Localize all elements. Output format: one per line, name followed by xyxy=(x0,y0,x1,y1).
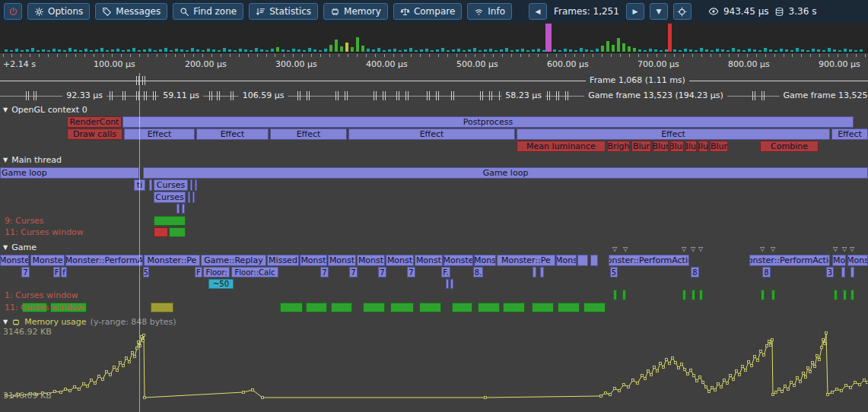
timeline-zone[interactable]: Game loop xyxy=(0,167,139,179)
timeline-zone[interactable] xyxy=(583,303,606,312)
thread-label[interactable]: 9: Curses xyxy=(5,216,44,226)
timeline-zone[interactable] xyxy=(692,290,695,300)
timeline-zone[interactable]: Mons xyxy=(474,255,496,266)
section-header[interactable]: ▼OpenGL context 0 xyxy=(3,105,87,115)
info-button[interactable]: Info xyxy=(467,3,512,20)
section-header[interactable]: ▼Game xyxy=(3,242,37,252)
timeline-zone[interactable]: Effect xyxy=(348,128,515,140)
timeline-zone[interactable]: Missed xyxy=(267,255,299,266)
timeline-zone[interactable] xyxy=(450,279,453,289)
timeline-zone[interactable]: Mons xyxy=(847,255,868,266)
timeline-zone[interactable] xyxy=(390,303,414,312)
timeline-zone[interactable]: Blur xyxy=(670,141,684,152)
message-marker-icon[interactable]: ▽ xyxy=(682,246,686,252)
message-marker-icon[interactable]: ▽ xyxy=(698,246,703,252)
timeline-zone[interactable] xyxy=(613,290,617,300)
timeline-zone[interactable] xyxy=(577,255,588,266)
thread-label[interactable]: 11: Curses window xyxy=(5,227,84,237)
memory-button[interactable]: Memory xyxy=(323,3,388,20)
timeline-zone[interactable]: Postprocess xyxy=(122,116,854,128)
message-marker-icon[interactable]: ▽ xyxy=(760,246,765,252)
message-marker-icon[interactable]: ▽ xyxy=(623,246,628,252)
timeline-zone[interactable] xyxy=(851,267,854,277)
timeline-zone[interactable]: 7 xyxy=(378,267,386,277)
options-button[interactable]: Options xyxy=(27,3,90,20)
timeline-zone[interactable] xyxy=(841,267,845,277)
message-marker-icon[interactable]: ▽ xyxy=(771,246,775,252)
timeline-zone[interactable]: 8 xyxy=(762,267,771,277)
timeline-zone[interactable] xyxy=(169,227,186,237)
collapse-icon[interactable]: ▼ xyxy=(3,319,8,325)
timeline-zone[interactable] xyxy=(843,290,847,300)
timeline-zone[interactable]: Effect xyxy=(831,128,868,140)
timeline-zone[interactable]: Floor::Calc xyxy=(231,267,278,277)
timeline-zone[interactable]: F. xyxy=(441,267,450,277)
timeline-zone[interactable] xyxy=(533,267,536,277)
timeline-zone[interactable]: RenderCont xyxy=(67,116,122,128)
timeline-zone[interactable] xyxy=(419,303,441,312)
timeline-zone[interactable]: Curses xyxy=(154,192,186,203)
timeline-zone[interactable]: 7 xyxy=(407,267,415,277)
next-frame-button[interactable]: ▶ xyxy=(626,3,644,20)
timeline-zone[interactable]: 5 xyxy=(610,267,618,277)
timeline-zone[interactable]: 7 xyxy=(320,267,329,277)
timeline-zone[interactable]: Monste xyxy=(444,255,473,266)
timeline-zone[interactable]: Blur xyxy=(631,141,651,152)
timeline-zone[interactable] xyxy=(682,290,686,300)
timeline-zone[interactable]: Draw calls xyxy=(67,128,122,140)
timeline-zone[interactable] xyxy=(154,216,186,226)
timeline-zone[interactable]: Game::Replay xyxy=(201,255,266,266)
timeline-zone[interactable]: 8. xyxy=(473,267,483,277)
timeline-zone[interactable]: 5 xyxy=(143,267,149,277)
timeline-zone[interactable] xyxy=(446,279,449,289)
timeline-zone[interactable] xyxy=(331,303,352,312)
timeline-zone[interactable] xyxy=(306,303,327,312)
collapse-icon[interactable]: ▼ xyxy=(3,106,8,113)
thread-label[interactable]: 11: Curses window xyxy=(5,303,84,312)
timeline-zone[interactable]: Curses xyxy=(154,179,188,191)
compare-button[interactable]: Compare xyxy=(393,3,462,20)
timeline-zone[interactable]: 7 xyxy=(349,267,358,277)
timeline-zone[interactable]: Game loop xyxy=(143,167,868,179)
timeline-zone[interactable]: Monste xyxy=(30,255,65,266)
collapse-icon[interactable]: ▼ xyxy=(3,244,8,251)
timeline-zone[interactable]: Brigh xyxy=(607,141,630,152)
message-marker-icon[interactable]: ▽ xyxy=(842,246,847,252)
timeline-zone[interactable] xyxy=(503,303,525,312)
timeline-zone[interactable] xyxy=(363,303,385,312)
timeline-zone[interactable]: Monst xyxy=(300,255,327,266)
timeline-zone[interactable]: Effect xyxy=(196,128,269,140)
message-marker-icon[interactable]: ▽ xyxy=(850,246,854,252)
timeline-zone[interactable]: Blur xyxy=(653,141,669,152)
zoom-to-frame-button[interactable]: ▼ xyxy=(650,3,668,20)
message-marker-icon[interactable]: ▽ xyxy=(612,246,617,252)
find-zone-button[interactable]: Find zone xyxy=(173,3,243,20)
memory-section-header[interactable]: ▼ Memory usage (y-range: 848 bytes) xyxy=(3,317,176,327)
prev-frame-button[interactable]: ◀ xyxy=(529,3,547,20)
timeline-area[interactable]: ▼ Memory usage (y-range: 848 bytes) 3146… xyxy=(0,0,868,412)
section-header[interactable]: ▼Main thread xyxy=(3,155,62,165)
timeline-zone[interactable]: Blur xyxy=(698,141,708,152)
timeline-zone[interactable]: Effect xyxy=(517,128,830,140)
timeline-zone[interactable]: Monst xyxy=(415,255,443,266)
timeline-zone[interactable] xyxy=(195,179,197,191)
timeline-zone[interactable] xyxy=(699,290,703,300)
timeline-zone[interactable]: Floor: xyxy=(203,267,230,277)
timeline-zone[interactable] xyxy=(151,303,173,312)
timeline-zone[interactable] xyxy=(590,255,598,266)
timeline-zone[interactable] xyxy=(176,204,180,214)
timeline-zone[interactable]: Monster::PerformA xyxy=(65,255,143,266)
messages-button[interactable]: Messages xyxy=(95,3,167,20)
timeline-zone[interactable]: F xyxy=(53,267,60,277)
message-marker-icon[interactable]: ▽ xyxy=(833,246,838,252)
timeline-zone[interactable]: Mons xyxy=(556,255,577,266)
timeline-zone[interactable] xyxy=(452,303,472,312)
timeline-zone[interactable] xyxy=(851,290,854,300)
timeline-zone[interactable]: Effect xyxy=(124,128,195,140)
timeline-zone[interactable] xyxy=(622,290,626,300)
timeline-zone[interactable]: Monster::PerformAction xyxy=(609,255,689,266)
timeline-zone[interactable]: F xyxy=(195,267,202,277)
timeline-zone[interactable] xyxy=(761,290,765,300)
timeline-zone[interactable] xyxy=(182,204,185,214)
timeline-zone[interactable] xyxy=(190,179,192,191)
